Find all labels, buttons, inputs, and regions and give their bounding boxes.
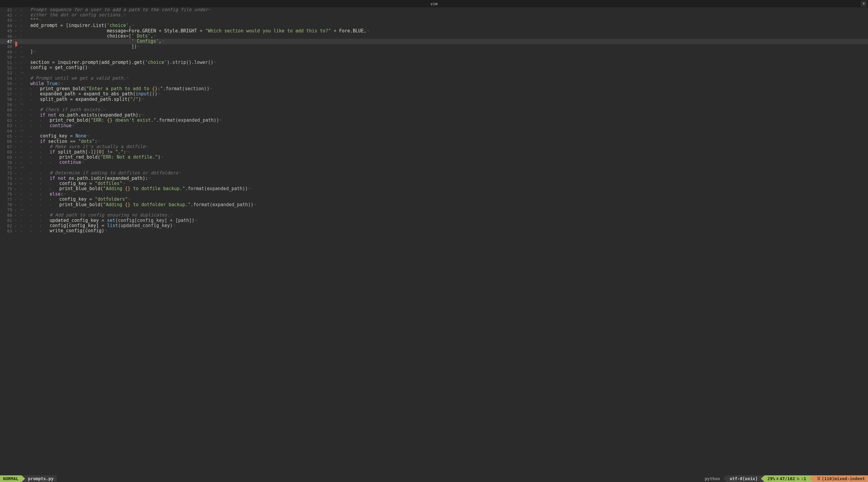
- code-line[interactable]: 76▸▸ ▸ ▸ else:¬: [0, 192, 868, 197]
- fold-marker-icon[interactable]: ▸: [14, 192, 18, 195]
- code-content[interactable]: # Prompt until we get a valid path.¬: [30, 76, 868, 81]
- fold-marker-icon[interactable]: ▸: [14, 93, 18, 96]
- fold-marker-icon[interactable]: ▸: [14, 150, 18, 153]
- fold-marker-icon[interactable]: ▸: [14, 203, 18, 206]
- fold-marker-icon[interactable]: ▸: [14, 182, 18, 185]
- code-content[interactable]: ¬: [21, 102, 868, 107]
- code-line[interactable]: 41▸▸ Prompt sequence for a user to add a…: [0, 7, 868, 12]
- fold-marker-icon[interactable]: ▸: [14, 214, 18, 217]
- code-content[interactable]: # Add path to config ensuring no duplica…: [50, 213, 868, 218]
- code-line[interactable]: 75▸▸ ▸ ▸ ▸ print_blue_bold("Adding {} to…: [0, 186, 868, 191]
- fold-marker-icon[interactable]: ▸: [14, 87, 18, 90]
- fold-marker-icon[interactable]: ▸: [14, 19, 18, 22]
- new-tab-button[interactable]: +: [861, 1, 867, 7]
- code-line[interactable]: 57▸▸ ▸ expanded_path = expand_to_abs_pat…: [0, 91, 868, 97]
- fold-marker-icon[interactable]: ▸: [14, 24, 18, 27]
- code-line[interactable]: 79▸¬: [0, 207, 868, 213]
- code-content[interactable]: expanded_path = expand_to_abs_path(input…: [40, 91, 868, 97]
- code-content[interactable]: Prompt sequence for a user to add a path…: [30, 7, 868, 12]
- code-line[interactable]: 45▸▸ message=Fore.GREEN + Style.BRIGHT +…: [0, 28, 868, 34]
- code-line[interactable]: 74▸▸ ▸ ▸ ▸ config_key = "dotfiles"¬: [0, 181, 868, 186]
- code-content[interactable]: ])¬: [30, 44, 868, 49]
- fold-marker-icon[interactable]: ▸: [14, 8, 18, 11]
- code-content[interactable]: if split_path[-1][0] != ".":¬: [50, 150, 868, 155]
- code-content[interactable]: continue¬: [59, 160, 868, 165]
- code-content[interactable]: section = inquirer.prompt(add_prompt).ge…: [30, 60, 868, 65]
- code-line[interactable]: 65▸▸ ▸ config_key = None¬: [0, 133, 868, 139]
- code-content[interactable]: ¬: [21, 165, 868, 171]
- code-line[interactable]: 44▸▸ add_prompt = [inquirer.List('choice…: [0, 23, 868, 28]
- code-line[interactable]: 83▸▸ ▸ ▸ write_config(config)¬: [0, 228, 868, 234]
- code-content[interactable]: updated_config_key = set(config[config_k…: [50, 218, 868, 223]
- code-line[interactable]: 63▸▸ ▸ ▸ continue¬: [0, 123, 868, 128]
- code-line[interactable]: 78▸▸ ▸ ▸ ▸ print_blue_bold("Adding {} to…: [0, 202, 868, 207]
- code-content[interactable]: # Make sure it's actually a dotfile¬: [50, 144, 868, 149]
- code-line[interactable]: 62▸▸ ▸ ▸ print_red_bold("ERR: {} doesn't…: [0, 118, 868, 123]
- fold-marker-icon[interactable]: ▸: [14, 82, 18, 85]
- code-line[interactable]: 69▸▸ ▸ ▸ ▸ print_red_bold("ERR: Not a do…: [0, 155, 868, 160]
- code-line[interactable]: 55▸▸ while True:¬: [0, 81, 868, 86]
- fold-marker-icon[interactable]: ▸: [14, 208, 18, 211]
- code-content[interactable]: choices=[' Dots',¬: [30, 34, 868, 39]
- editor-viewport[interactable]: 41▸▸ Prompt sequence for a user to add a…: [0, 7, 868, 475]
- fold-marker-icon[interactable]: ▸: [14, 145, 18, 148]
- fold-marker-icon[interactable]: ▸: [14, 98, 18, 101]
- code-content[interactable]: add_prompt = [inquirer.List('choice',¬: [30, 23, 868, 28]
- fold-marker-icon[interactable]: ▸: [14, 71, 18, 74]
- fold-marker-icon[interactable]: ▸: [14, 219, 18, 222]
- code-content[interactable]: print_blue_bold("Adding {} to dotfile ba…: [59, 186, 868, 191]
- code-content[interactable]: config_key = "dotfolders"¬: [59, 197, 868, 202]
- code-line[interactable]: 77▸▸ ▸ ▸ ▸ config_key = "dotfolders"¬: [0, 197, 868, 202]
- code-line[interactable]: 46▸▸ choices=[' Dots',¬: [0, 34, 868, 39]
- code-line[interactable]: 66▸▸ ▸ if section == "dots":¬: [0, 139, 868, 144]
- fold-marker-icon[interactable]: ▸: [14, 13, 18, 17]
- fold-marker-icon[interactable]: ▸: [14, 114, 18, 117]
- fold-marker-icon[interactable]: ▸: [14, 66, 18, 69]
- code-line[interactable]: 61▸▸ ▸ if not os.path.exists(expanded_pa…: [0, 113, 868, 118]
- code-content[interactable]: config = get_config()¬: [30, 65, 868, 70]
- code-line[interactable]: 54▸▸ # Prompt until we get a valid path.…: [0, 76, 868, 81]
- code-content[interactable]: ¬: [21, 55, 868, 60]
- fold-marker-icon[interactable]: ▸: [14, 51, 18, 54]
- code-content[interactable]: while True:¬: [30, 81, 868, 86]
- code-line[interactable]: 59▸¬: [0, 102, 868, 107]
- code-content[interactable]: print_blue_bold("Adding {} to dotfolder …: [59, 202, 868, 207]
- code-line[interactable]: 49▸▸ ]¬: [0, 49, 868, 55]
- code-content[interactable]: ¬: [21, 70, 868, 76]
- code-line[interactable]: 60▸▸ ▸ # Check if path exists.¬: [0, 107, 868, 112]
- code-content[interactable]: split_path = expanded_path.split("/")¬: [40, 97, 868, 102]
- code-line[interactable]: 43▸▸ """¬: [0, 18, 868, 23]
- code-content[interactable]: # Determine if adding to dotfiles or dot…: [50, 171, 868, 176]
- code-content[interactable]: ¬: [21, 207, 868, 213]
- fold-marker-icon[interactable]: ▸: [14, 103, 18, 106]
- code-line[interactable]: 58▸▸ ▸ split_path = expanded_path.split(…: [0, 97, 868, 102]
- fold-marker-icon[interactable]: ▸: [14, 177, 18, 180]
- code-content[interactable]: either the dot or config sections.¬: [30, 12, 868, 18]
- code-content[interactable]: config_key = None¬: [40, 133, 868, 139]
- fold-marker-icon[interactable]: ▸: [14, 124, 18, 127]
- code-content[interactable]: if section == "dots":¬: [40, 139, 868, 144]
- code-line[interactable]: 48▸▸ ])¬: [0, 44, 868, 49]
- code-line[interactable]: 67▸▸ ▸ ▸ # Make sure it's actually a dot…: [0, 144, 868, 149]
- code-line[interactable]: 70▸▸ ▸ ▸ ▸ continue¬: [0, 160, 868, 165]
- code-line[interactable]: 52▸▸ config = get_config()¬: [0, 65, 868, 70]
- code-line[interactable]: 68▸▸ ▸ ▸ if split_path[-1][0] != ".":¬: [0, 150, 868, 155]
- fold-marker-icon[interactable]: ▸: [14, 187, 18, 190]
- code-content[interactable]: config[config_key] = list(updated_config…: [50, 223, 868, 228]
- fold-marker-icon[interactable]: ▸: [14, 224, 18, 228]
- code-content[interactable]: else:¬: [50, 192, 868, 197]
- fold-marker-icon[interactable]: ▸: [14, 109, 18, 112]
- fold-marker-icon[interactable]: ▸: [14, 166, 18, 169]
- code-content[interactable]: print_red_bold("ERR: {} doesn't exist.".…: [50, 118, 868, 123]
- fold-marker-icon[interactable]: ▸: [14, 77, 18, 80]
- code-line[interactable]: 50▸¬: [0, 55, 868, 60]
- code-content[interactable]: """¬: [30, 18, 868, 23]
- code-line[interactable]: 80▸▸ ▸ ▸ # Add path to config ensuring n…: [0, 213, 868, 218]
- code-content[interactable]: ' Configs',¬: [30, 39, 868, 44]
- fold-marker-icon[interactable]: ▸: [14, 198, 18, 201]
- code-content[interactable]: message=Fore.GREEN + Style.BRIGHT + "Whi…: [30, 28, 868, 34]
- code-line[interactable]: 81▸▸ ▸ ▸ updated_config_key = set(config…: [0, 218, 868, 223]
- code-line[interactable]: 47▸▸ ' Configs',¬: [0, 39, 868, 44]
- fold-marker-icon[interactable]: ▸: [14, 34, 18, 37]
- fold-marker-icon[interactable]: ▸: [14, 119, 18, 122]
